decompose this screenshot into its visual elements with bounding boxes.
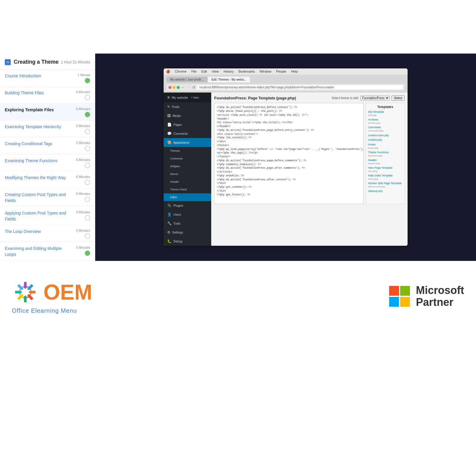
wp-menu-appearance[interactable]: 🎨Appearance (164, 138, 211, 147)
template-item[interactable]: Main Index Templateindex.php (368, 174, 403, 181)
code-line: <?php do_action('foundationPress_after_c… (217, 178, 361, 182)
wp-menu-tools[interactable]: 🔧Tools (164, 219, 211, 228)
menu-window[interactable]: Window (260, 70, 271, 73)
course-item-creating-conditional[interactable]: Creating Conditional Tags3 Minutes (0, 137, 95, 154)
wp-code-editor[interactable]: <?php do_action('foundationPress_before_… (214, 103, 364, 204)
back-icon[interactable]: ← (181, 85, 185, 90)
course-item-loop-overview[interactable]: The Loop Overview5 Minutes (0, 225, 95, 242)
course-item-course-intro[interactable]: Course Introduction1 Minute (0, 70, 95, 87)
menu-history[interactable]: History (223, 70, 234, 73)
forward-icon[interactable]: → (187, 85, 190, 90)
wp-submenu-widgets[interactable]: Widgets (164, 162, 211, 170)
oem-arrows-icon (12, 279, 39, 306)
course-item-examining-loops[interactable]: Examining and Editing Multiple Loops5 Mi… (0, 242, 95, 261)
wp-menu-users[interactable]: 👤Users (164, 210, 211, 219)
wp-menu-posts[interactable]: ✎Posts (164, 102, 211, 111)
menu-help[interactable]: Help (291, 70, 298, 73)
course-item-building-theme[interactable]: Building Theme Files4 Minutes (0, 87, 95, 104)
wp-submenu-menus[interactable]: Menus (164, 170, 211, 178)
select-btn[interactable]: Select (392, 95, 405, 101)
menu-bookmarks[interactable]: Bookmarks (239, 70, 255, 73)
wp-content-area: <?php do_action('foundationPress_before_… (214, 103, 405, 204)
course-item-title-examining-loops: Examining and Editing Multiple Loops (5, 246, 67, 257)
minimize-button[interactable] (173, 86, 176, 89)
theme-dropdown[interactable]: FoundationPress (361, 96, 390, 100)
course-item-duration-building-theme: 4 Minutes (76, 90, 90, 94)
course-item-title-loop-overview: The Loop Overview (5, 229, 67, 235)
code-line: <div class='entry-content'> (217, 132, 361, 136)
menu-people[interactable]: People (276, 70, 286, 73)
template-item[interactable]: content-none.php (368, 134, 403, 137)
maximize-button[interactable] (177, 86, 180, 89)
wp-submenu-customize[interactable]: Customize (164, 155, 211, 162)
status-dot-building-theme (85, 95, 90, 100)
svg-marker-6 (15, 289, 22, 295)
wp-menu-label: Appearance (173, 141, 190, 144)
code-line: </article> (217, 170, 361, 174)
wp-page-title: FoundationPress: Page Template (page.php… (214, 96, 296, 100)
wp-new-btn[interactable]: + New (191, 96, 199, 99)
template-item[interactable]: Hero Page Templatehero.php (368, 166, 403, 173)
template-item[interactable]: content.php (368, 138, 403, 142)
template-item[interactable]: Commentscomments.php (368, 126, 403, 132)
sidebar-header-left: − Creating a Theme (5, 59, 59, 65)
template-item[interactable]: Archivesarchive.php (368, 118, 403, 125)
status-dot-creating-conditional (85, 146, 90, 151)
tab-1[interactable]: My website | Just anoth... (167, 77, 207, 82)
templates-title: Templates (368, 105, 403, 109)
template-item[interactable]: 404 Template404.php (368, 110, 403, 117)
ms-line1: Microsoft (416, 284, 464, 296)
wp-submenu-theme-check[interactable]: Theme Check (164, 186, 211, 193)
wp-menu-media[interactable]: 🖼Media (164, 111, 211, 120)
wp-menu-pages[interactable]: 📄Pages (164, 120, 211, 129)
course-item-left-applying-custom: Applying Custom Post Types and Fields (5, 210, 67, 222)
wp-submenu-themes[interactable]: Themes (164, 147, 211, 155)
top-spacer (0, 0, 476, 54)
course-item-right-examining-loops: 5 Minutes (69, 246, 90, 256)
wp-menu-settings[interactable]: ⚙Settings (164, 228, 211, 237)
template-item[interactable]: Footerfooter.php (368, 143, 403, 150)
course-item-creating-custom[interactable]: Creating Custom Post Types and Fields5 M… (0, 188, 95, 207)
menu-file[interactable]: File (191, 70, 197, 73)
course-item-exploring-template[interactable]: Exploring Template Files5 Minutes (0, 104, 95, 120)
course-item-duration-loop-overview: 5 Minutes (76, 229, 90, 232)
course-item-title-course-intro: Course Introduction (5, 73, 67, 79)
wp-menu-label: Posts (172, 105, 179, 109)
course-item-title-applying-custom: Applying Custom Post Types and Fields (5, 210, 67, 222)
course-item-left-creating-custom: Creating Custom Post Types and Fields (5, 192, 67, 203)
ms-partner-text: Microsoft Partner (416, 284, 464, 308)
address-bar[interactable]: localhost:8888/wordpress/wp-admin/theme-… (197, 85, 403, 90)
course-item-right-examining-functions: 6 Minutes (69, 158, 90, 168)
course-items-list: Course Introduction1 MinuteBuilding Them… (0, 70, 95, 261)
menu-chrome[interactable]: Chrome (175, 70, 187, 73)
tab-2[interactable]: Edit: Themes - My websi... (208, 77, 250, 82)
svg-marker-4 (23, 295, 28, 302)
apple-menu[interactable]: 🍎 (166, 70, 170, 73)
code-line: <header> (217, 117, 361, 121)
wp-menu-debug[interactable]: 🐛Debug (164, 237, 211, 246)
menu-view[interactable]: View (212, 70, 219, 73)
wp-menu-plugins[interactable]: 🔌Plugins (164, 201, 211, 210)
course-item-duration-course-intro: 1 Minute (78, 73, 90, 77)
template-item[interactable]: cleanup.php (368, 190, 403, 193)
course-item-examining-hierarchy[interactable]: Examining Template Hierarchy3 Minutes (0, 120, 95, 137)
template-item[interactable]: Kitchen Sink Page Templatekitchen-sink.p… (368, 182, 403, 188)
reload-icon[interactable]: ↺ (192, 85, 195, 90)
course-item-examining-functions[interactable]: Examining Theme Functions6 Minutes (0, 154, 95, 171)
course-item-modifying-themes[interactable]: Modifying Themes the Right Way6 Minutes (0, 171, 95, 188)
collapse-icon[interactable]: − (5, 59, 11, 65)
menu-edit[interactable]: Edit (201, 70, 207, 73)
course-item-left-building-theme: Building Theme Files (5, 90, 67, 96)
sidebar-header: − Creating a Theme 1 Hour 21 Minutes (0, 54, 95, 70)
status-dot-exploring-template (85, 112, 90, 117)
template-item[interactable]: Headerheader.php (368, 159, 403, 165)
wp-menu-label: Comments (173, 132, 188, 135)
wp-menu-icon: ✎ (167, 105, 170, 109)
wp-menu-icon: 🔌 (167, 203, 172, 208)
wp-submenu-editor[interactable]: Editor (164, 193, 211, 201)
course-item-applying-custom[interactable]: Applying Custom Post Types and Fields3 M… (0, 207, 95, 225)
wp-menu-comments[interactable]: 💬Comments (164, 129, 211, 138)
template-item[interactable]: Theme Functionsfunctions.php (368, 151, 403, 157)
close-button[interactable] (168, 86, 171, 89)
wp-submenu-header[interactable]: Header (164, 178, 211, 186)
